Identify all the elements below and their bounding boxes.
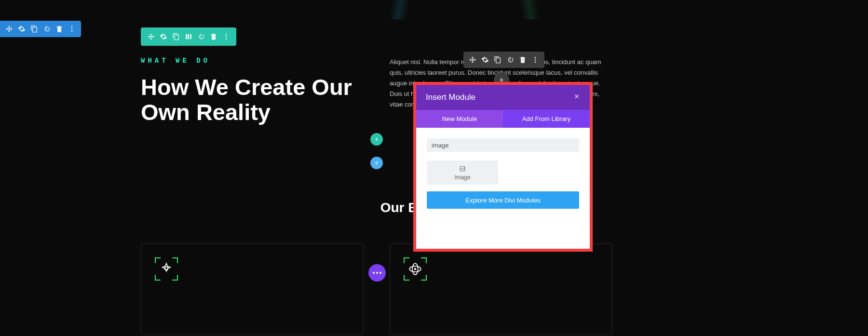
move-icon[interactable] [4,24,14,34]
power-icon[interactable] [196,31,206,42]
duplicate-icon[interactable] [492,54,503,65]
svg-point-2 [71,30,73,32]
svg-point-8 [535,61,536,63]
move-icon[interactable] [146,31,156,42]
svg-point-12 [414,268,417,270]
more-icon[interactable] [530,54,541,65]
image-icon [459,165,466,173]
svg-point-6 [535,57,536,58]
svg-point-4 [226,36,227,38]
explore-modules-button[interactable]: Explore More Divi Modules [427,191,579,209]
eye-icon [404,257,427,281]
gear-icon[interactable] [158,31,169,42]
svg-point-3 [226,34,227,35]
experience-card [390,243,612,335]
modal-tabs: New Module Add From Library [416,110,590,128]
section-toolbar [0,21,81,37]
module-option-label: Image [454,174,470,181]
power-icon[interactable] [505,54,515,65]
modal-header: Insert Module [416,85,590,110]
module-option-image[interactable]: Image [427,161,498,185]
svg-point-5 [226,38,227,40]
add-row-button[interactable] [370,133,383,146]
duplicate-icon[interactable] [29,24,40,34]
close-icon[interactable] [573,93,580,102]
more-icon [373,272,381,274]
trash-icon[interactable] [208,31,219,42]
svg-point-7 [535,59,536,61]
svg-point-0 [71,26,73,27]
headline: How We Create Our Own Reality [141,75,372,124]
duplicate-icon[interactable] [171,31,181,42]
power-icon[interactable] [41,24,52,34]
move-icon[interactable] [467,54,478,65]
gear-icon[interactable] [16,24,27,34]
eyebrow-text: WHAT WE DO [141,57,210,65]
columns-icon[interactable] [183,31,194,42]
add-section-button[interactable] [370,157,383,169]
module-toolbar [463,52,544,68]
tab-new-module[interactable]: New Module [416,110,503,128]
svg-point-1 [71,28,73,30]
modal-title: Insert Module [426,93,475,102]
target-icon [155,257,178,281]
row-toolbar [141,27,236,46]
more-icon[interactable] [221,31,231,42]
background-decoration [0,0,868,19]
tab-add-from-library[interactable]: Add From Library [503,110,590,128]
module-search-input[interactable] [427,138,579,152]
more-icon[interactable] [67,24,77,34]
trash-icon[interactable] [517,54,528,65]
experience-card [141,243,364,335]
gear-icon[interactable] [480,54,490,65]
insert-module-modal: Insert Module New Module Add From Librar… [413,82,593,252]
trash-icon[interactable] [54,24,65,34]
builder-fab[interactable] [368,264,386,282]
modal-body: Image Explore More Divi Modules [416,128,590,249]
